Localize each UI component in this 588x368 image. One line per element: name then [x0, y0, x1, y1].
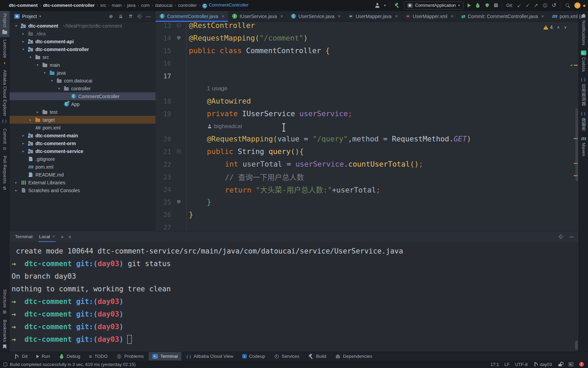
close-icon[interactable]: ✕	[451, 14, 454, 19]
toolwindow-button-build[interactable]: Build	[305, 352, 330, 361]
tree-item-main[interactable]: ▾main	[10, 61, 156, 69]
tree-item-test[interactable]: ▸test	[10, 108, 156, 116]
fold-marker-icon[interactable]: –	[177, 150, 181, 153]
inspections-widget[interactable]: 4 ∧ ∨	[543, 25, 567, 30]
search-everywhere-button[interactable]	[565, 3, 570, 8]
history-icon[interactable]	[542, 3, 548, 8]
close-icon[interactable]: ✕	[52, 234, 55, 239]
breadcrumb-item-com[interactable]: com	[141, 3, 150, 8]
debug-button[interactable]	[475, 3, 480, 8]
tool-stripe-item-pull-requests[interactable]: Pull Requests⇅	[0, 153, 10, 193]
editor-tab-usermapper-java[interactable]: UserMapper.java✕	[344, 11, 402, 21]
terminal-tab-local[interactable]: Local ✕	[38, 231, 56, 242]
tree-item-external-libraries[interactable]: ▸External Libraries	[10, 179, 156, 186]
breadcrumb-item-main[interactable]: main	[112, 3, 121, 8]
git-push-button[interactable]: ↗	[534, 2, 538, 9]
prev-warning-button[interactable]: ∧	[557, 25, 560, 30]
tree-item-commentcontroller[interactable]: CCommentController	[10, 92, 156, 100]
tree-item-scratches-and-consoles[interactable]: ▸Scratches and Consoles	[10, 186, 156, 194]
rollback-icon[interactable]: ↺	[552, 2, 556, 9]
close-icon[interactable]: ✕	[541, 14, 544, 19]
close-icon[interactable]: ✕	[221, 14, 225, 19]
tree-item-readme-md[interactable]: MDREADME.md	[10, 171, 156, 179]
tree-item-dtc-comment-controller[interactable]: ▾dtc-comment-controller	[10, 45, 156, 53]
panel-settings-button[interactable]	[137, 14, 142, 19]
toolwindow-button-alibaba-cloud-view[interactable]: ( )Alibaba Cloud View	[183, 352, 237, 361]
coverage-button[interactable]	[485, 3, 490, 8]
project-tree[interactable]: ▾dtc-comment~/IdeaProjects/dtc-comment▸.…	[10, 22, 156, 231]
file-encoding[interactable]: UTF-8	[515, 362, 528, 367]
chevron-down-icon[interactable]: ▾	[39, 14, 41, 18]
editor-scrollbar[interactable]	[575, 108, 578, 181]
tree-item-dtc-comment-api[interactable]: ▸dtc-comment-api	[10, 37, 156, 45]
breadcrumb-item-dtc-comment[interactable]: dtc-comment	[9, 3, 38, 8]
toolwindow-button-codeup[interactable]: ›Codeup	[239, 352, 269, 361]
next-warning-button[interactable]: ∨	[564, 25, 567, 30]
tool-stripe-item-item[interactable]: ( )微服务	[579, 108, 588, 134]
tree-item-dtc-comment-main[interactable]: ▸dtc-comment-main	[10, 132, 156, 139]
tool-stripe-item-item[interactable]: ( )应用观测器	[579, 74, 588, 108]
fold-marker-icon[interactable]: –	[177, 24, 181, 27]
tree-item-pom-xml[interactable]: mpom.xml	[10, 124, 156, 132]
toolwindow-button-todo[interactable]: ≡TODO	[85, 352, 112, 361]
close-icon[interactable]: ✕	[280, 14, 283, 19]
editor-tab-commit-commentcontroller-java[interactable]: ⇄Commit: CommentController.java✕	[457, 11, 548, 21]
editor-tab-iuserservice-java[interactable]: IIUserService.java✕	[228, 11, 287, 21]
minimize-terminal-button[interactable]: —	[570, 234, 574, 239]
tree-item-dtc-comment-service[interactable]: ▸dtc-comment-service	[10, 147, 156, 155]
breadcrumb-item-controller[interactable]: controller	[178, 3, 197, 8]
git-update-button[interactable]: ↙	[517, 2, 522, 9]
tool-stripe-item-commit[interactable]: Commit⊙	[0, 126, 10, 153]
breadcrumb-item-datoucai[interactable]: datoucai	[155, 3, 173, 8]
tool-stripe-item-project[interactable]: Project	[0, 11, 10, 37]
toolwindow-button-services[interactable]: Services	[270, 352, 303, 361]
new-terminal-button[interactable]: +	[61, 234, 64, 240]
editor-tab-commentcontroller-java[interactable]: CCommentController.java✕	[156, 11, 228, 21]
user-account-icon[interactable]	[375, 3, 380, 8]
terminal-mini-icon[interactable]: >_	[568, 362, 574, 367]
toolwindow-button-dependencies[interactable]: Dependencies	[331, 352, 376, 361]
tree-item-gitignore[interactable]: .gitignore	[10, 155, 156, 163]
git-commit-check-button[interactable]: ✓	[525, 2, 530, 9]
tool-stripe-item-codota[interactable]: >_Codota	[579, 48, 588, 74]
unlocked-icon[interactable]	[557, 362, 563, 367]
tree-item-controller[interactable]: ▾controller	[10, 85, 156, 92]
update-available-icon[interactable]: ↑	[574, 2, 581, 9]
caret-position[interactable]: 17:1	[490, 362, 499, 367]
toolwindow-button-problems[interactable]: Problems	[113, 352, 147, 361]
collapse-all-button[interactable]: ⇈	[127, 14, 134, 19]
tree-item-dtc-comment-orm[interactable]: ▸dtc-comment-orm	[10, 139, 156, 147]
tree-item-pom-xml[interactable]: mpom.xml	[10, 163, 156, 171]
project-panel-title[interactable]: Project	[22, 14, 37, 19]
breadcrumb-item-dtc-comment-controller[interactable]: dtc-comment-controller	[43, 3, 95, 8]
build-hammer-icon[interactable]	[394, 3, 400, 8]
close-icon[interactable]: ✕	[395, 14, 398, 19]
tree-item-target[interactable]: ▸target	[10, 116, 156, 124]
locate-file-button[interactable]: ⊕	[107, 14, 115, 19]
toolwindow-button-run[interactable]: Run	[33, 352, 54, 361]
toolwindow-button-debug[interactable]: Debug	[55, 352, 84, 361]
close-icon[interactable]: ✕	[338, 14, 341, 19]
tree-item-app[interactable]: CApp	[10, 100, 156, 108]
tool-stripe-item-structure[interactable]: Structure⊞	[0, 287, 10, 317]
tree-item-java[interactable]: ▾java	[10, 69, 156, 77]
tool-stripe-item-alibaba-cloud-explorer[interactable]: Alibaba Cloud Explorer( )	[0, 67, 10, 126]
editor-tab-pom-xml-dt[interactable]: mpom.xml (dt	[548, 11, 588, 21]
breadcrumb-item-java[interactable]: java	[127, 3, 136, 8]
line-ending[interactable]: LF	[505, 362, 510, 367]
tree-item-dtc-comment[interactable]: ▾dtc-comment~/IdeaProjects/dtc-comment	[10, 22, 156, 30]
run-button[interactable]	[468, 3, 471, 7]
tool-stripe-item-leetcode[interactable]: Leetcode‹	[0, 37, 10, 68]
toolwindow-button-git[interactable]: Git	[10, 352, 31, 361]
expand-all-button[interactable]: ⇊	[117, 14, 125, 19]
error-notification-badge[interactable]: !	[579, 362, 584, 367]
tree-item-com-datoucai[interactable]: ▾com.datoucai	[10, 77, 156, 85]
tree-item-src[interactable]: ▾src	[10, 53, 156, 61]
run-configuration-select[interactable]: ▦ CommentApplication ▾	[404, 1, 463, 10]
toolwindow-button-terminal[interactable]: >_Terminal	[149, 352, 181, 361]
terminal-options-chevron[interactable]: ∨	[68, 234, 71, 239]
git-branch-widget[interactable]: day03	[533, 362, 552, 367]
tool-stripe-item-bookmarks[interactable]: Bookmarks	[0, 317, 10, 352]
fold-marker-icon[interactable]	[177, 200, 181, 204]
hide-panel-button[interactable]: —	[145, 14, 152, 19]
